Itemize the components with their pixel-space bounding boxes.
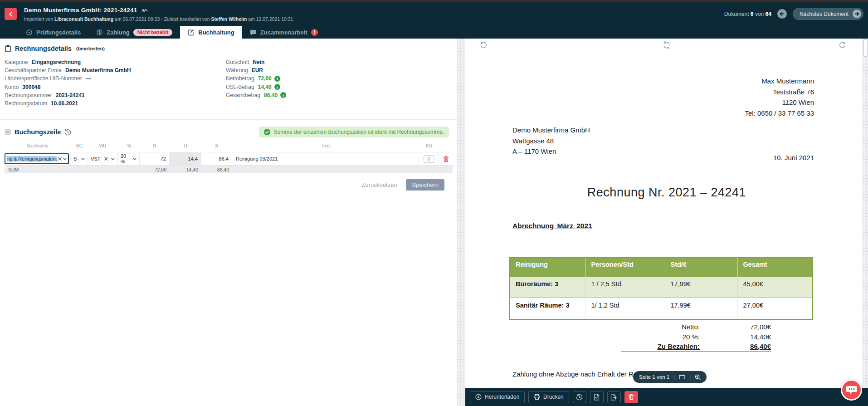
download-button[interactable]: Herunterladen xyxy=(470,391,525,403)
field-label: Nettobetrag xyxy=(226,75,254,82)
tab-zusammenarbeit[interactable]: Zusammenarbeit ! xyxy=(242,26,326,39)
signature-icon[interactable] xyxy=(141,6,148,15)
gross-cell[interactable]: 86,4 xyxy=(201,152,232,165)
chevron-down-icon xyxy=(111,158,115,160)
booking-text-cell[interactable]: Reinigung 03/2021 xyxy=(232,152,419,165)
next-document-button[interactable]: Nächstes Dokument xyxy=(793,8,863,20)
bc-select[interactable]: S xyxy=(71,152,88,165)
invoice-date: 10. Juni 2021 xyxy=(773,154,814,161)
field-label: Rechnungsnummer xyxy=(5,92,52,98)
trash-icon xyxy=(629,394,634,400)
back-button[interactable] xyxy=(5,8,17,20)
clear-icon[interactable] xyxy=(58,157,62,161)
total-amount: 86,40 xyxy=(264,92,278,98)
field-label: Gesamtbetrag xyxy=(226,92,260,98)
invoice-table-row: Sanitär Räume: 3 1/ 1,2 Std 17,99€ 27,00… xyxy=(510,298,813,320)
field-value: 10.06.2021 xyxy=(51,100,78,107)
tab-zahlung[interactable]: Zahlung Nicht bezahlt xyxy=(88,26,180,39)
chevron-down-icon xyxy=(133,158,137,160)
edit-link[interactable]: (bearbeiten) xyxy=(76,46,105,51)
info-icon[interactable]: i xyxy=(274,76,280,82)
delete-row-button[interactable] xyxy=(443,156,449,162)
booking-sum-row: SUM 72,00 14,40 86,40 xyxy=(5,166,453,173)
field-value: Demo Musterfirma GmbH xyxy=(65,67,131,73)
chevron-down-icon xyxy=(81,158,85,160)
sachkonto-input[interactable]: ng & Reinigungsmaterial xyxy=(5,153,69,164)
tab-pruefungsdetails[interactable]: Prüfungsdetails xyxy=(18,26,88,39)
invoice-sender-block: Demo Musterfirma GmbH Wattgasse 48 A – 1… xyxy=(512,125,590,157)
details-right-column: GutschriftNein WährungEUR Nettobetrag72,… xyxy=(226,58,286,108)
sum-net: 72,00 xyxy=(140,166,170,173)
rotate-right-icon[interactable] xyxy=(839,41,846,51)
invoice-table-row: Büroräume: 3 1 / 2,5 Std. 17,99€ 45,00€ xyxy=(510,277,813,298)
invoice-title: Rechnung Nr. 2021 – 24241 xyxy=(465,186,868,200)
panel-resize-gutter[interactable] xyxy=(457,39,465,406)
app-window: Demo Musterfirma GmbH: 2021-24241 Import… xyxy=(0,0,868,406)
percent-select[interactable]: 20 % xyxy=(118,152,140,165)
document-history-button[interactable] xyxy=(573,391,586,403)
field-label: Länderspezifische UID-Nummer xyxy=(5,75,82,82)
main-body: Rechnungsdetails (bearbeiten) KategorieE… xyxy=(0,39,868,406)
clear-icon[interactable] xyxy=(104,157,108,161)
tab-buchhaltung[interactable]: Buchhaltung xyxy=(180,26,242,39)
field-label: Geschäftspartner Firma xyxy=(5,67,62,73)
invoice-total-due: Zu Bezahlen:86,40€ xyxy=(621,342,771,352)
money-icon xyxy=(96,29,103,36)
section-divider xyxy=(0,119,457,120)
vat-cell[interactable]: 14,4 xyxy=(170,152,201,165)
reset-button[interactable]: Zurücksetzen xyxy=(361,181,397,188)
tab-bar: Prüfungsdetails Zahlung Nicht bezahlt Bu… xyxy=(0,26,868,39)
sum-vat: 14,40 xyxy=(170,166,201,173)
document-viewer: Max Mustermann Teststraße 76 1120 Wien T… xyxy=(465,39,868,406)
ks-input[interactable]: 0 xyxy=(424,155,434,163)
page-indicator-overlay: Seite 1 von 1 | | xyxy=(633,371,707,383)
chevron-left-icon xyxy=(8,11,14,17)
field-value: EUR xyxy=(252,67,263,73)
scrollbar-thumb[interactable] xyxy=(863,39,868,57)
details-section-header: Rechnungsdetails (bearbeiten) xyxy=(5,45,453,52)
print-button[interactable]: Drucken xyxy=(528,391,569,403)
document-check-icon xyxy=(594,394,600,401)
sync-rotation-icon[interactable] xyxy=(663,41,671,51)
document-export-button[interactable] xyxy=(607,391,621,403)
net-amount: 72,00 xyxy=(258,75,272,82)
info-icon[interactable]: i xyxy=(274,84,280,90)
payment-status-badge: Nicht bezahlt xyxy=(133,29,172,36)
field-label: Konto xyxy=(5,84,19,90)
info-icon[interactable]: i xyxy=(280,92,286,98)
document-scrollbar[interactable] xyxy=(863,39,868,388)
page-indicator-label: Seite 1 von 1 xyxy=(639,374,669,380)
support-chat-button[interactable] xyxy=(841,379,862,401)
download-icon xyxy=(475,394,482,400)
delete-document-button[interactable] xyxy=(624,391,638,403)
document-navigation: Dokument 6 von 64 Nächstes Dokument xyxy=(724,8,863,20)
save-button[interactable]: Speichern xyxy=(406,179,444,191)
net-cell[interactable]: 72 xyxy=(140,152,170,165)
previous-document-button[interactable] xyxy=(777,9,787,19)
arrow-right-circle xyxy=(853,10,861,18)
collaboration-alert-badge: ! xyxy=(311,29,318,36)
field-value: 300048 xyxy=(22,84,40,90)
clipboard-icon xyxy=(5,45,11,52)
thumbnails-icon[interactable] xyxy=(679,374,685,380)
invoice-details-panel: Rechnungsdetails (bearbeiten) KategorieE… xyxy=(0,39,457,406)
list-icon xyxy=(5,129,11,135)
field-value: — xyxy=(86,75,91,82)
chevron-down-icon[interactable] xyxy=(63,158,67,160)
zoom-in-icon[interactable] xyxy=(695,374,701,380)
field-label: Währung xyxy=(226,67,248,73)
history-icon[interactable] xyxy=(64,129,71,136)
booking-row: ng & Reinigungsmaterial S VST xyxy=(5,152,453,166)
sum-match-message: Summe der einzelnen Buchungszeilen ist i… xyxy=(259,127,449,137)
document-approve-button[interactable] xyxy=(590,391,604,403)
check-circle-icon xyxy=(264,129,270,135)
details-section-title: Rechnungsdetails xyxy=(15,45,72,52)
vat-select[interactable]: VST xyxy=(88,152,118,165)
next-document-label: Nächstes Dokument xyxy=(800,11,848,17)
rotate-left-icon[interactable] xyxy=(480,41,488,51)
details-left-column: KategorieEingangsrechnung Geschäftspartn… xyxy=(5,58,226,108)
trash-icon xyxy=(443,156,449,162)
arrow-left-icon xyxy=(780,11,785,16)
document-toolbar: Herunterladen Drucken xyxy=(465,388,868,406)
field-label: Gutschrift xyxy=(226,59,249,65)
